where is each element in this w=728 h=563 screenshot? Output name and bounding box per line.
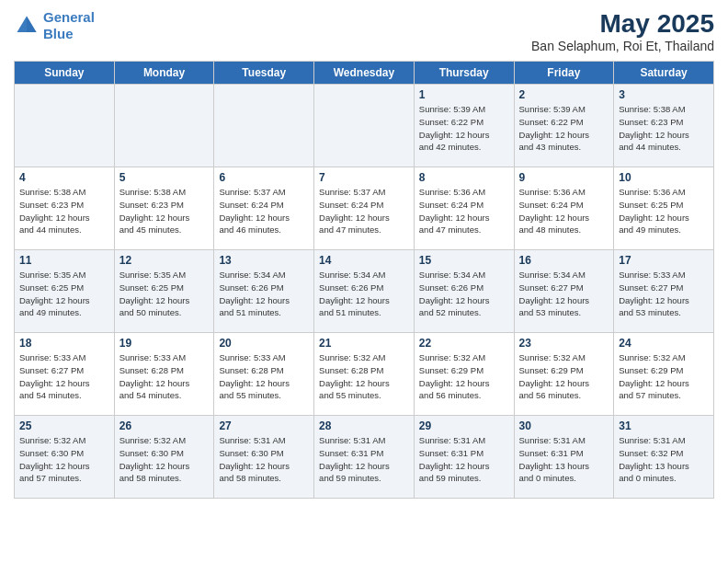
day-number: 15 bbox=[419, 254, 509, 267]
day-cell: 3Sunrise: 5:38 AMSunset: 6:23 PMDaylight… bbox=[614, 85, 714, 167]
day-number: 20 bbox=[219, 337, 309, 350]
day-cell: 19Sunrise: 5:33 AMSunset: 6:28 PMDayligh… bbox=[114, 333, 214, 416]
col-header-wednesday: Wednesday bbox=[314, 62, 415, 85]
day-detail: Sunrise: 5:34 AMSunset: 6:26 PMDaylight:… bbox=[319, 269, 409, 319]
day-number: 16 bbox=[519, 254, 609, 267]
day-detail: Sunrise: 5:32 AMSunset: 6:30 PMDaylight:… bbox=[119, 434, 210, 485]
page: General Blue May 2025 Ban Selaphum, Roi … bbox=[0, 0, 728, 512]
day-cell: 25Sunrise: 5:32 AMSunset: 6:30 PMDayligh… bbox=[15, 416, 115, 499]
day-detail: Sunrise: 5:36 AMSunset: 6:24 PMDaylight:… bbox=[419, 186, 509, 236]
day-cell: 2Sunrise: 5:39 AMSunset: 6:22 PMDaylight… bbox=[514, 85, 614, 167]
day-detail: Sunrise: 5:35 AMSunset: 6:25 PMDaylight:… bbox=[19, 269, 109, 319]
header-row: SundayMondayTuesdayWednesdayThursdayFrid… bbox=[15, 62, 714, 85]
col-header-tuesday: Tuesday bbox=[214, 62, 314, 85]
day-number: 27 bbox=[219, 419, 309, 432]
day-detail: Sunrise: 5:37 AMSunset: 6:24 PMDaylight:… bbox=[219, 186, 309, 236]
day-number: 11 bbox=[19, 254, 109, 267]
day-cell: 6Sunrise: 5:37 AMSunset: 6:24 PMDaylight… bbox=[214, 167, 314, 250]
week-row-2: 4Sunrise: 5:38 AMSunset: 6:23 PMDaylight… bbox=[15, 167, 714, 250]
day-detail: Sunrise: 5:34 AMSunset: 6:26 PMDaylight:… bbox=[419, 269, 509, 319]
day-detail: Sunrise: 5:31 AMSunset: 6:32 PMDaylight:… bbox=[619, 434, 709, 485]
day-number: 18 bbox=[19, 337, 109, 350]
day-cell bbox=[314, 85, 415, 167]
day-number: 3 bbox=[619, 88, 709, 101]
day-cell: 17Sunrise: 5:33 AMSunset: 6:27 PMDayligh… bbox=[614, 250, 714, 333]
page-subtitle: Ban Selaphum, Roi Et, Thailand bbox=[531, 39, 714, 53]
day-number: 14 bbox=[319, 254, 409, 267]
day-cell: 9Sunrise: 5:36 AMSunset: 6:24 PMDaylight… bbox=[514, 167, 614, 250]
day-detail: Sunrise: 5:31 AMSunset: 6:31 PMDaylight:… bbox=[419, 434, 509, 485]
day-detail: Sunrise: 5:38 AMSunset: 6:23 PMDaylight:… bbox=[119, 186, 210, 236]
day-number: 23 bbox=[519, 337, 609, 350]
day-cell: 29Sunrise: 5:31 AMSunset: 6:31 PMDayligh… bbox=[414, 416, 514, 499]
day-cell: 13Sunrise: 5:34 AMSunset: 6:26 PMDayligh… bbox=[214, 250, 314, 333]
day-number: 4 bbox=[19, 171, 109, 184]
day-number: 31 bbox=[619, 419, 709, 432]
day-number: 5 bbox=[119, 171, 210, 184]
day-detail: Sunrise: 5:32 AMSunset: 6:29 PMDaylight:… bbox=[619, 351, 709, 402]
day-cell bbox=[214, 85, 314, 167]
col-header-thursday: Thursday bbox=[414, 62, 514, 85]
day-cell bbox=[15, 85, 115, 167]
day-number: 12 bbox=[119, 254, 210, 267]
week-row-3: 11Sunrise: 5:35 AMSunset: 6:25 PMDayligh… bbox=[15, 250, 714, 333]
day-cell: 1Sunrise: 5:39 AMSunset: 6:22 PMDaylight… bbox=[414, 85, 514, 167]
col-header-saturday: Saturday bbox=[614, 62, 714, 85]
day-number: 6 bbox=[219, 171, 309, 184]
day-number: 26 bbox=[119, 419, 210, 432]
day-number: 28 bbox=[319, 419, 409, 432]
week-row-1: 1Sunrise: 5:39 AMSunset: 6:22 PMDaylight… bbox=[15, 85, 714, 167]
day-cell: 30Sunrise: 5:31 AMSunset: 6:31 PMDayligh… bbox=[514, 416, 614, 499]
day-detail: Sunrise: 5:39 AMSunset: 6:22 PMDaylight:… bbox=[419, 103, 509, 154]
day-cell: 7Sunrise: 5:37 AMSunset: 6:24 PMDaylight… bbox=[314, 167, 415, 250]
day-cell: 28Sunrise: 5:31 AMSunset: 6:31 PMDayligh… bbox=[314, 416, 415, 499]
day-detail: Sunrise: 5:32 AMSunset: 6:29 PMDaylight:… bbox=[419, 351, 509, 402]
day-detail: Sunrise: 5:33 AMSunset: 6:27 PMDaylight:… bbox=[619, 269, 709, 319]
day-detail: Sunrise: 5:33 AMSunset: 6:28 PMDaylight:… bbox=[219, 351, 309, 402]
logo-text: General Blue bbox=[43, 9, 95, 42]
day-cell: 10Sunrise: 5:36 AMSunset: 6:25 PMDayligh… bbox=[614, 167, 714, 250]
page-title: May 2025 bbox=[531, 9, 714, 39]
day-cell: 11Sunrise: 5:35 AMSunset: 6:25 PMDayligh… bbox=[15, 250, 115, 333]
day-cell: 23Sunrise: 5:32 AMSunset: 6:29 PMDayligh… bbox=[514, 333, 614, 416]
col-header-friday: Friday bbox=[514, 62, 614, 85]
day-cell bbox=[114, 85, 214, 167]
header: General Blue May 2025 Ban Selaphum, Roi … bbox=[14, 9, 714, 53]
day-detail: Sunrise: 5:34 AMSunset: 6:27 PMDaylight:… bbox=[519, 269, 609, 319]
day-detail: Sunrise: 5:31 AMSunset: 6:30 PMDaylight:… bbox=[219, 434, 309, 485]
day-number: 30 bbox=[519, 419, 609, 432]
day-cell: 12Sunrise: 5:35 AMSunset: 6:25 PMDayligh… bbox=[114, 250, 214, 333]
day-detail: Sunrise: 5:31 AMSunset: 6:31 PMDaylight:… bbox=[519, 434, 609, 485]
day-number: 2 bbox=[519, 88, 609, 101]
day-cell: 5Sunrise: 5:38 AMSunset: 6:23 PMDaylight… bbox=[114, 167, 214, 250]
day-detail: Sunrise: 5:36 AMSunset: 6:24 PMDaylight:… bbox=[519, 186, 609, 236]
day-number: 13 bbox=[219, 254, 309, 267]
day-cell: 24Sunrise: 5:32 AMSunset: 6:29 PMDayligh… bbox=[614, 333, 714, 416]
day-number: 8 bbox=[419, 171, 509, 184]
day-number: 21 bbox=[319, 337, 409, 350]
day-detail: Sunrise: 5:33 AMSunset: 6:27 PMDaylight:… bbox=[19, 351, 109, 402]
day-cell: 4Sunrise: 5:38 AMSunset: 6:23 PMDaylight… bbox=[15, 167, 115, 250]
day-number: 17 bbox=[619, 254, 709, 267]
day-cell: 18Sunrise: 5:33 AMSunset: 6:27 PMDayligh… bbox=[15, 333, 115, 416]
day-cell: 16Sunrise: 5:34 AMSunset: 6:27 PMDayligh… bbox=[514, 250, 614, 333]
day-cell: 26Sunrise: 5:32 AMSunset: 6:30 PMDayligh… bbox=[114, 416, 214, 499]
day-detail: Sunrise: 5:32 AMSunset: 6:29 PMDaylight:… bbox=[519, 351, 609, 402]
day-cell: 22Sunrise: 5:32 AMSunset: 6:29 PMDayligh… bbox=[414, 333, 514, 416]
calendar-table: SundayMondayTuesdayWednesdayThursdayFrid… bbox=[14, 61, 714, 499]
day-detail: Sunrise: 5:37 AMSunset: 6:24 PMDaylight:… bbox=[319, 186, 409, 236]
day-detail: Sunrise: 5:34 AMSunset: 6:26 PMDaylight:… bbox=[219, 269, 309, 319]
day-number: 9 bbox=[519, 171, 609, 184]
week-row-4: 18Sunrise: 5:33 AMSunset: 6:27 PMDayligh… bbox=[15, 333, 714, 416]
day-detail: Sunrise: 5:31 AMSunset: 6:31 PMDaylight:… bbox=[319, 434, 409, 485]
day-cell: 27Sunrise: 5:31 AMSunset: 6:30 PMDayligh… bbox=[214, 416, 314, 499]
col-header-monday: Monday bbox=[114, 62, 214, 85]
day-cell: 14Sunrise: 5:34 AMSunset: 6:26 PMDayligh… bbox=[314, 250, 415, 333]
day-number: 7 bbox=[319, 171, 409, 184]
day-number: 25 bbox=[19, 419, 109, 432]
day-detail: Sunrise: 5:38 AMSunset: 6:23 PMDaylight:… bbox=[19, 186, 109, 236]
title-block: May 2025 Ban Selaphum, Roi Et, Thailand bbox=[531, 9, 714, 53]
logo-line1: General bbox=[43, 9, 95, 25]
day-number: 22 bbox=[419, 337, 509, 350]
day-number: 29 bbox=[419, 419, 509, 432]
